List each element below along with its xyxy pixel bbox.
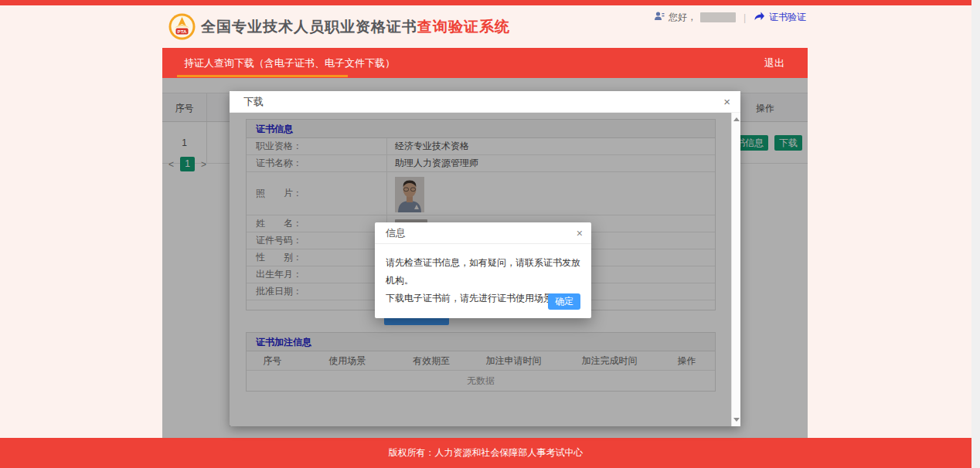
pta-logo: PTA <box>168 13 196 40</box>
page-title-accent: 查询验证系统 <box>417 19 510 35</box>
page-title: 全国专业技术人员职业资格证书查询验证系统 <box>201 17 510 37</box>
page-title-main: 全国专业技术人员职业资格证书 <box>201 19 417 35</box>
download-modal-header: 下载 × <box>230 91 740 113</box>
scroll-up-icon[interactable] <box>733 117 740 121</box>
greeting-text: 您好， <box>669 11 696 24</box>
logo-text: PTA <box>178 29 187 34</box>
nav-tab-label: 持证人查询下载（含电子证书、电子文件下载） <box>184 57 395 69</box>
browser-scrollbar[interactable] <box>971 0 980 468</box>
divider: | <box>744 12 746 23</box>
copyright-text: 版权所有：人力资源和社会保障部人事考试中心 <box>389 447 584 458</box>
user-area: 您好， | 证书验证 <box>654 11 806 24</box>
tab-holder-query-download[interactable]: 持证人查询下载（含电子证书、电子文件下载） <box>162 48 417 78</box>
modal-scrollbar[interactable] <box>731 113 740 426</box>
info-message-line-1: 请先检查证书信息，如有疑问，请联系证书发放机构。 <box>386 254 580 290</box>
info-dialog-title: 信息 <box>386 227 406 239</box>
footer: 版权所有：人力资源和社会保障部人事考试中心 <box>0 438 971 468</box>
close-icon[interactable]: × <box>577 222 583 244</box>
scroll-down-icon[interactable] <box>733 418 740 422</box>
close-icon[interactable]: × <box>723 91 730 112</box>
brand: PTA 全国专业技术人员职业资格证书查询验证系统 <box>168 13 510 40</box>
redacted-username <box>700 12 736 22</box>
share-arrow-icon <box>754 11 765 24</box>
logout-button[interactable]: 退出 <box>764 48 784 78</box>
navbar: 持证人查询下载（含电子证书、电子文件下载） 退出 <box>162 48 808 78</box>
top-accent-bar <box>0 0 971 5</box>
info-dialog: 信息 × 请先检查证书信息，如有疑问，请联系证书发放机构。 下载电子证书前，请先… <box>375 222 591 318</box>
info-dialog-header: 信息 × <box>375 222 591 244</box>
ok-button[interactable]: 确定 <box>548 293 580 310</box>
user-icon <box>654 11 665 24</box>
active-tab-underline <box>177 75 348 77</box>
download-modal-title: 下载 <box>243 96 264 107</box>
cert-verify-link[interactable]: 证书验证 <box>769 11 806 24</box>
